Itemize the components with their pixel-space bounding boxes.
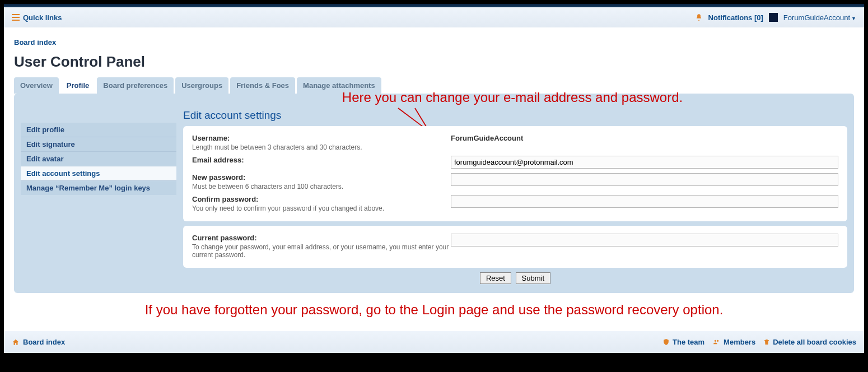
sidemenu-edit-profile[interactable]: Edit profile bbox=[21, 123, 176, 137]
top-navbar: Quick links Notifications [0] ForumGuide… bbox=[4, 7, 864, 28]
footer-delete-cookies[interactable]: Delete all board cookies bbox=[763, 338, 856, 346]
footer-navbar: Board index The team Members bbox=[4, 331, 864, 353]
section-title: Edit account settings bbox=[183, 109, 847, 122]
tab-usergroups[interactable]: Usergroups bbox=[175, 77, 228, 94]
svg-rect-0 bbox=[12, 14, 20, 15]
current-password-fieldset: Current password: To change your passwor… bbox=[183, 226, 847, 268]
svg-rect-1 bbox=[12, 17, 20, 18]
confirm-password-input[interactable] bbox=[451, 195, 838, 208]
new-password-hint: Must be between 6 characters and 100 cha… bbox=[192, 183, 451, 190]
confirm-password-hint: You only need to confirm your password i… bbox=[192, 204, 451, 212]
current-password-hint: To change your password, your email addr… bbox=[192, 243, 451, 259]
email-label: Email address: bbox=[192, 156, 244, 164]
page-title: User Control Panel bbox=[14, 53, 854, 71]
sidemenu-edit-avatar[interactable]: Edit avatar bbox=[21, 152, 176, 166]
footer-members[interactable]: Members bbox=[712, 338, 755, 346]
home-icon bbox=[12, 338, 20, 346]
quick-links-link[interactable]: Quick links bbox=[23, 13, 62, 22]
account-settings-fieldset: Username: Length must be between 3 chara… bbox=[183, 126, 847, 221]
sidemenu-remember-me-keys[interactable]: Manage “Remember Me” login keys bbox=[21, 181, 176, 195]
username-hint: Length must be between 3 characters and … bbox=[192, 143, 451, 151]
tab-overview[interactable]: Overview bbox=[14, 77, 59, 94]
username-label: Username: bbox=[192, 134, 230, 142]
user-menu[interactable]: ForumGuideAccount▼ bbox=[783, 13, 856, 22]
notifications-link[interactable]: Notifications [0] bbox=[708, 13, 763, 22]
ucp-tabs: Overview Profile Board preferences Userg… bbox=[14, 77, 854, 94]
shield-icon bbox=[662, 338, 670, 346]
annotation-text-bottom: If you have forgotten your password, go … bbox=[14, 302, 854, 318]
footer-members-label: Members bbox=[724, 338, 755, 346]
chevron-down-icon: ▼ bbox=[851, 16, 856, 21]
tab-manage-attachments[interactable]: Manage attachments bbox=[297, 77, 381, 94]
email-input[interactable] bbox=[451, 156, 838, 169]
menu-icon bbox=[12, 14, 20, 21]
reset-button[interactable] bbox=[480, 272, 511, 284]
footer-the-team-label: The team bbox=[673, 338, 704, 346]
profile-sidemenu: Edit profile Edit signature Edit avatar … bbox=[21, 110, 176, 195]
bell-icon bbox=[695, 13, 703, 21]
username-value: ForumGuideAccount bbox=[451, 134, 838, 151]
tab-profile[interactable]: Profile bbox=[60, 77, 95, 94]
current-password-label: Current password: bbox=[192, 234, 257, 242]
new-password-input[interactable] bbox=[451, 173, 838, 186]
submit-button[interactable] bbox=[516, 272, 550, 284]
current-password-input[interactable] bbox=[451, 234, 838, 247]
sidemenu-edit-signature[interactable]: Edit signature bbox=[21, 137, 176, 152]
sidemenu-edit-account-settings[interactable]: Edit account settings bbox=[21, 166, 176, 181]
footer-delete-cookies-label: Delete all board cookies bbox=[773, 338, 856, 346]
tab-friends-foes[interactable]: Friends & Foes bbox=[230, 77, 295, 94]
username-label: ForumGuideAccount bbox=[783, 13, 850, 22]
avatar bbox=[769, 13, 778, 22]
new-password-label: New password: bbox=[192, 173, 245, 182]
footer-the-team[interactable]: The team bbox=[662, 338, 704, 346]
users-icon bbox=[712, 338, 721, 346]
breadcrumb-board-index[interactable]: Board index bbox=[14, 38, 56, 46]
confirm-password-label: Confirm password: bbox=[192, 195, 258, 203]
footer-board-index[interactable]: Board index bbox=[23, 338, 65, 346]
tab-board-preferences[interactable]: Board preferences bbox=[97, 77, 174, 94]
svg-rect-2 bbox=[12, 20, 20, 21]
trash-icon bbox=[763, 338, 770, 346]
